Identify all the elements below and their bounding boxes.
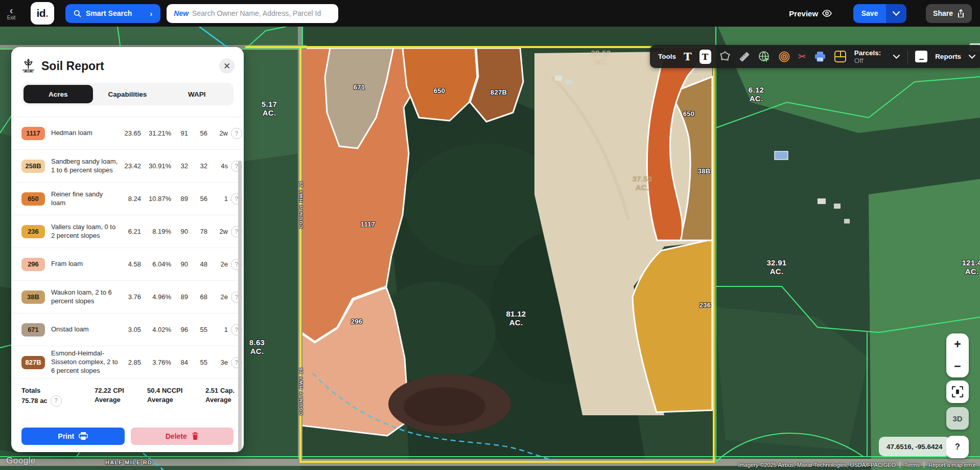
table-row[interactable]: 258B Sandberg sandy loam, 1 to 6 percent… — [11, 149, 244, 182]
close-icon[interactable]: ✕ — [219, 58, 235, 74]
soil-percent: 3.76% — [142, 359, 171, 366]
table-row[interactable]: 296 Fram loam 4.58 6.04% 90 48 2e ? — [11, 248, 244, 280]
parcels-layer-icon[interactable] — [834, 50, 847, 63]
smart-search-button[interactable]: Smart Search › — [65, 4, 160, 23]
reports-button[interactable]: Reports — [935, 53, 961, 60]
table-row[interactable]: 38B Waukon loam, 2 to 6 percent slopes 3… — [11, 280, 244, 313]
soil-acres: 23.65 — [120, 129, 141, 137]
delete-button[interactable]: Delete — [131, 428, 234, 445]
reports-chevron-down-icon[interactable] — [969, 55, 975, 59]
map-attribution: Imagery ©2025 Airbus, Maxar Technologies… — [734, 462, 980, 468]
tab-capabilities[interactable]: Capabilities — [93, 85, 162, 103]
soil-cpi: 89 — [172, 195, 188, 203]
soil-cap-class: 3e — [208, 359, 228, 366]
acreage-label: 5.17AC. — [262, 100, 277, 118]
totals-cap: 2.51 Cap.Average — [205, 386, 235, 407]
soil-table: 1117 Hedman loam 23.65 31.21% 91 56 2w ?… — [11, 117, 244, 378]
soil-code-badge: 38B — [21, 290, 45, 304]
ruler-tool-icon[interactable] — [738, 51, 751, 63]
soil-nccpi: 32 — [189, 162, 207, 170]
soil-percent: 4.02% — [142, 326, 171, 333]
soil-name: Esmond-Heimdal-Sisseton complex, 2 to 6 … — [46, 349, 119, 375]
soil-name: Reiner fine sandy loam — [46, 190, 119, 208]
zoom-out-button[interactable]: − — [946, 355, 969, 377]
exit-button[interactable]: ‹ Exit — [0, 6, 22, 20]
soil-cpi: 84 — [172, 359, 188, 366]
zoom-control: + − — [946, 333, 969, 377]
soil-nccpi: 55 — [189, 326, 207, 333]
new-badge: New — [174, 9, 189, 17]
app-logo[interactable]: id. — [31, 2, 54, 25]
zoom-in-button[interactable]: + — [946, 333, 969, 355]
table-row[interactable]: 1117 Hedman loam 23.65 31.21% 91 56 2w ? — [11, 117, 244, 149]
acreage-label: 81.12AC. — [506, 309, 526, 327]
text-tool-icon[interactable]: T — [684, 50, 692, 63]
soil-code-badge: 671 — [21, 323, 45, 337]
table-row[interactable]: 236 Vallers clay loam, 0 to 2 percent sl… — [11, 215, 244, 248]
save-button[interactable]: Save — [853, 4, 886, 23]
map-toolbar: Tools T T ✂ Parcels: Off Reports — [650, 45, 980, 68]
soil-name: Vallers clay loam, 0 to 2 percent slopes — [46, 223, 119, 240]
top-bar: ‹ Exit id. Smart Search › New Preview Sa… — [0, 0, 980, 27]
attribution-report-link[interactable]: Report a map error — [924, 462, 980, 468]
parcels-label[interactable]: Parcels: Off — [854, 49, 885, 64]
recenter-button[interactable] — [946, 381, 969, 403]
soil-code-label: 671 — [354, 83, 365, 91]
totals-acres: 75.78 ac — [21, 396, 48, 406]
cut-tool-icon[interactable]: ✂ — [798, 51, 806, 62]
soil-code-label: 827B — [491, 88, 507, 96]
help-icon[interactable]: ? — [51, 395, 62, 407]
share-icon — [957, 9, 965, 18]
polygon-tool-icon[interactable] — [719, 51, 731, 62]
attribution-imagery: Imagery ©2025 Airbus, Maxar Technologies… — [734, 462, 900, 468]
soil-code-label: 38B — [698, 167, 711, 175]
soil-nccpi: 55 — [189, 359, 207, 366]
help-icon[interactable]: ? — [231, 128, 242, 139]
soil-code-label: 650 — [434, 87, 446, 95]
tools-label: Tools — [658, 53, 676, 60]
search-bar[interactable]: New — [167, 4, 338, 23]
road-label-county-hwy: COUNTY HWY 15 — [298, 367, 304, 415]
reports-icon — [915, 51, 927, 62]
soil-nccpi: 48 — [189, 260, 207, 268]
save-options-button[interactable] — [886, 4, 906, 23]
search-input[interactable] — [192, 9, 331, 17]
trash-icon — [192, 432, 199, 440]
soil-acres: 8.24 — [120, 195, 141, 203]
preview-button[interactable]: Preview — [789, 9, 832, 18]
soil-plant-icon — [21, 59, 35, 73]
cursor-coordinates: 47.6516, -95.6424 — [879, 437, 950, 456]
parcels-chevron-down-icon[interactable] — [893, 55, 900, 59]
print-button[interactable]: Print — [21, 428, 125, 445]
soil-nccpi: 56 — [189, 129, 207, 137]
label-tool-icon[interactable]: T — [699, 50, 711, 64]
table-row[interactable]: 650 Reiner fine sandy loam 8.24 10.87% 8… — [11, 182, 244, 215]
soil-acres: 3.76 — [120, 293, 141, 301]
share-button[interactable]: Share — [926, 4, 972, 23]
app-window: 5.17AC. 6.12AC. 8.63AC. 81.12AC. 32.91AC… — [0, 0, 980, 470]
totals-row: Totals 75.78 ac? 72.22 CPIAverage 50.4 N… — [11, 378, 244, 407]
panel-scrollbar[interactable] — [238, 161, 242, 452]
soil-code-label: 1117 — [361, 220, 376, 228]
table-row[interactable]: 671 Onstad loam 3.05 4.02% 96 55 1 ? — [11, 313, 244, 346]
soil-code-badge: 827B — [21, 356, 45, 369]
soil-cpi: 90 — [172, 260, 188, 268]
chevron-left-icon: ‹ — [10, 6, 13, 14]
acreage-label: 8.63AC. — [249, 338, 265, 356]
soil-acres: 3.05 — [120, 326, 141, 333]
3d-view-button[interactable]: 3D — [946, 407, 969, 430]
tab-acres[interactable]: Acres — [24, 85, 93, 103]
soil-cpi: 91 — [172, 129, 188, 137]
buffer-rings-tool-icon[interactable] — [778, 51, 790, 63]
table-row[interactable]: 827B Esmond-Heimdal-Sisseton complex, 2 … — [11, 346, 244, 378]
tab-wapi[interactable]: WAPI — [162, 85, 231, 103]
soil-cap-class: 2e — [208, 260, 228, 268]
attribution-terms-link[interactable]: Terms — [900, 462, 924, 468]
soil-acres: 4.58 — [120, 260, 141, 268]
totals-cpi: 72.22 CPIAverage — [95, 386, 147, 407]
soil-cpi: 32 — [172, 162, 188, 170]
print-tool-icon[interactable] — [814, 51, 826, 62]
geolocate-tool-icon[interactable] — [758, 51, 771, 63]
soil-name: Fram loam — [46, 260, 119, 268]
soil-name: Waukon loam, 2 to 6 percent slopes — [46, 288, 119, 306]
